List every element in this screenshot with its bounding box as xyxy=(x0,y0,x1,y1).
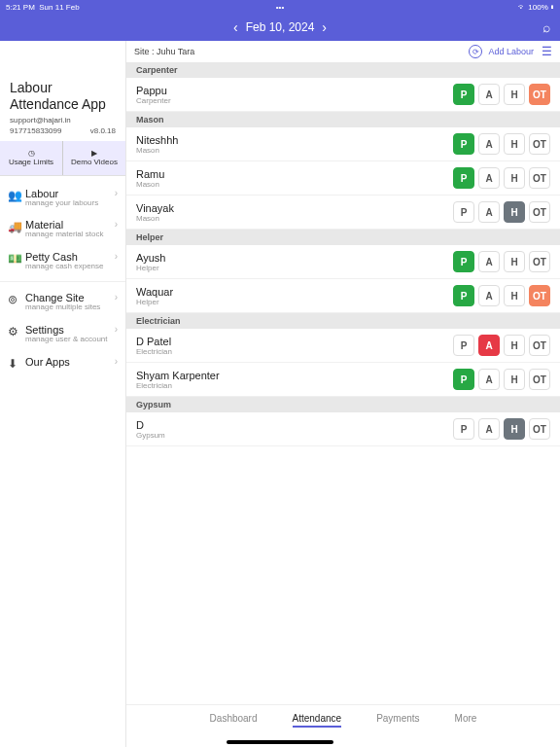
date-label[interactable]: Feb 10, 2024 xyxy=(246,20,315,34)
section-helper: Helper xyxy=(126,230,560,245)
main-header: Site : Juhu Tara ⟳ Add Labour ☰ xyxy=(126,41,560,62)
status-right: ᯤ 100% ▮ xyxy=(518,3,554,12)
mark-ot[interactable]: OT xyxy=(529,167,550,189)
mark-ot[interactable]: OT xyxy=(529,133,550,155)
support-email: support@hajari.in xyxy=(10,116,116,124)
mark-h[interactable]: H xyxy=(504,285,525,306)
sidebar: LabourAttendance App support@hajari.in 9… xyxy=(0,41,126,747)
usage-limits-tab[interactable]: ◷Usage Limits xyxy=(0,141,62,175)
main-panel: Site : Juhu Tara ⟳ Add Labour ☰ Carpente… xyxy=(126,41,560,747)
row-pappu[interactable]: PappuCarpenter P A H OT xyxy=(126,78,560,112)
mark-ot[interactable]: OT xyxy=(529,369,550,390)
mark-p[interactable]: P xyxy=(453,335,474,356)
demo-videos-tab[interactable]: ▶Demo Videos xyxy=(63,141,125,175)
menu-labour[interactable]: 👥 Labourmanage your labours › xyxy=(0,182,125,214)
filter-icon[interactable]: ☰ xyxy=(542,45,552,58)
section-electrician: Electrician xyxy=(126,313,560,329)
chevron-right-icon: › xyxy=(115,292,118,302)
mark-a[interactable]: A xyxy=(478,285,500,306)
row-niteshhh[interactable]: NiteshhhMason P A H OT xyxy=(126,127,560,161)
tab-payments[interactable]: Payments xyxy=(376,713,419,724)
status-bar: 5:21 PM Sun 11 Feb ••• ᯤ 100% ▮ xyxy=(0,0,560,14)
sync-icon[interactable]: ⟳ xyxy=(469,45,482,58)
mark-h[interactable]: H xyxy=(504,201,525,223)
gear-icon: ⚙ xyxy=(8,324,25,338)
bottom-nav: Dashboard Attendance Payments More xyxy=(126,704,560,747)
mark-ot[interactable]: OT xyxy=(529,84,550,105)
prev-day-button[interactable]: ‹ xyxy=(226,19,246,35)
tab-attendance[interactable]: Attendance xyxy=(293,713,342,728)
status-dots: ••• xyxy=(276,3,284,12)
mark-h[interactable]: H xyxy=(504,251,525,272)
mark-a[interactable]: A xyxy=(478,201,500,223)
chevron-right-icon: › xyxy=(115,219,118,230)
menu-change-site[interactable]: ⊚ Change Sitemanage multiple sites › xyxy=(0,286,125,318)
mark-a[interactable]: A xyxy=(478,335,500,356)
site-label: Site : Juhu Tara xyxy=(134,47,194,56)
mark-p[interactable]: P xyxy=(453,201,474,223)
mark-p[interactable]: P xyxy=(453,369,474,390)
download-icon: ⬇ xyxy=(8,356,25,371)
mark-a[interactable]: A xyxy=(478,133,500,155)
mark-a[interactable]: A xyxy=(478,418,500,440)
cash-icon: 💵 xyxy=(8,251,25,266)
menu-material[interactable]: 🚚 Materialmanage material stock › xyxy=(0,213,125,245)
mark-a[interactable]: A xyxy=(478,369,500,390)
row-ramu[interactable]: RamuMason P A H OT xyxy=(126,161,560,196)
mark-h[interactable]: H xyxy=(504,335,525,356)
app-bar: ‹ Feb 10, 2024 › ⌕ xyxy=(0,14,560,41)
version-label: v8.0.18 xyxy=(90,126,116,135)
row-vinayak[interactable]: VinayakMason P A H OT xyxy=(126,196,560,230)
mark-ot[interactable]: OT xyxy=(529,418,550,440)
row-dpatel[interactable]: D PatelElectrician P A H OT xyxy=(126,329,560,363)
menu-petty-cash[interactable]: 💵 Petty Cashmanage cash expense › xyxy=(0,245,125,277)
gauge-icon: ◷ xyxy=(28,149,35,158)
menu-our-apps[interactable]: ⬇ Our Apps › xyxy=(0,350,125,376)
add-labour-button[interactable]: Add Labour xyxy=(488,47,534,56)
chevron-right-icon: › xyxy=(115,324,118,335)
mark-ot[interactable]: OT xyxy=(529,201,550,223)
mark-p[interactable]: P xyxy=(453,251,474,272)
row-d[interactable]: DGypsum P A H OT xyxy=(126,412,560,446)
chevron-right-icon: › xyxy=(115,251,118,262)
sidebar-menu: 👥 Labourmanage your labours › 🚚 Material… xyxy=(0,176,125,382)
mark-h[interactable]: H xyxy=(504,418,525,440)
next-day-button[interactable]: › xyxy=(314,19,334,35)
section-gypsum: Gypsum xyxy=(126,397,560,412)
mark-p[interactable]: P xyxy=(453,285,474,306)
mark-a[interactable]: A xyxy=(478,84,500,105)
mark-ot[interactable]: OT xyxy=(529,335,550,356)
video-icon: ▶ xyxy=(91,149,97,158)
mark-ot[interactable]: OT xyxy=(529,251,550,272)
mark-p[interactable]: P xyxy=(453,167,474,189)
tab-dashboard[interactable]: Dashboard xyxy=(210,713,258,724)
section-carpenter: Carpenter xyxy=(126,62,560,78)
people-icon: 👥 xyxy=(8,188,25,202)
mark-p[interactable]: P xyxy=(453,133,474,155)
row-waquar[interactable]: WaquarHelper P A H OT xyxy=(126,279,560,313)
home-indicator xyxy=(227,740,333,744)
chevron-right-icon: › xyxy=(115,188,118,198)
app-title: LabourAttendance App xyxy=(10,80,116,113)
mark-ot[interactable]: OT xyxy=(529,285,550,306)
section-mason: Mason xyxy=(126,112,560,127)
globe-icon: ⊚ xyxy=(8,292,25,306)
mark-a[interactable]: A xyxy=(478,251,500,272)
mark-h[interactable]: H xyxy=(504,84,525,105)
mark-h[interactable]: H xyxy=(504,133,525,155)
row-ayush[interactable]: AyushHelper P A H OT xyxy=(126,245,560,279)
row-shyam[interactable]: Shyam KarpenterElectrician P A H OT xyxy=(126,363,560,397)
mark-p[interactable]: P xyxy=(453,84,474,105)
menu-settings[interactable]: ⚙ Settingsmanage user & account › xyxy=(0,318,125,350)
status-time: 5:21 PM Sun 11 Feb xyxy=(6,3,80,12)
tab-more[interactable]: More xyxy=(455,713,477,724)
mark-p[interactable]: P xyxy=(453,418,474,440)
mark-h[interactable]: H xyxy=(504,369,525,390)
mark-h[interactable]: H xyxy=(504,167,525,189)
chevron-right-icon: › xyxy=(115,356,118,367)
phone-number: 917715833099 xyxy=(10,126,61,135)
brand-block: LabourAttendance App support@hajari.in 9… xyxy=(0,41,125,141)
mark-a[interactable]: A xyxy=(478,167,500,189)
sidebar-tabs: ◷Usage Limits ▶Demo Videos xyxy=(0,141,125,176)
search-icon[interactable]: ⌕ xyxy=(542,19,550,35)
